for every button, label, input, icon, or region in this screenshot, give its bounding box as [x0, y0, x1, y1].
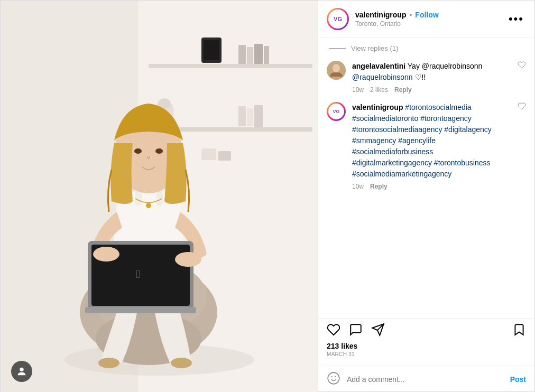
- comment-likes-angela: 2 likes: [370, 86, 388, 94]
- comment-avatar-angela[interactable]: [327, 61, 346, 80]
- svg-point-33: [93, 247, 119, 262]
- view-replies-text[interactable]: View replies (1): [351, 44, 398, 52]
- svg-point-27: [155, 148, 163, 154]
- view-replies-line: [329, 48, 346, 49]
- svg-rect-14: [254, 105, 263, 127]
- actions-bar: 213 likes MARCH 31: [318, 318, 534, 366]
- post-container:  VG valentin: [0, 0, 535, 392]
- angela-avatar-icon: [327, 61, 346, 80]
- follow-button[interactable]: Follow: [415, 11, 438, 19]
- comment-text-angela: angelavalentini Yay @raquelrobinsonn @ra…: [352, 61, 511, 83]
- header-username-row: valentinigroup • Follow: [355, 11, 506, 19]
- comment-item-valentini: VG valentinigroup #torontosocialmedia #s…: [327, 102, 526, 190]
- send-icon: [371, 323, 385, 337]
- image-content: : [1, 1, 318, 392]
- comment-reply-valentini[interactable]: Reply: [370, 183, 388, 190]
- view-replies-row[interactable]: View replies (1): [327, 44, 526, 52]
- svg-rect-32: [85, 307, 196, 313]
- svg-rect-13: [247, 108, 253, 126]
- svg-rect-15: [201, 148, 216, 160]
- post-date: MARCH 31: [327, 351, 526, 357]
- comment-mention-angela[interactable]: @raquelrobinsonn: [352, 73, 413, 81]
- post-right-panel: VG valentinigroup • Follow Toronto, Onta…: [318, 1, 534, 392]
- comment-avatar-valentini[interactable]: VG: [327, 102, 346, 121]
- comment-button[interactable]: [349, 323, 363, 339]
- actions-icons-row: [327, 323, 526, 339]
- svg-rect-12: [238, 106, 246, 126]
- heart-outline-icon: [518, 61, 526, 69]
- svg-point-22: [171, 358, 192, 368]
- comments-section: View replies (1) angelavalentini Yay @ra…: [318, 38, 534, 318]
- header-username[interactable]: valentinigroup: [355, 11, 406, 19]
- person-icon: [16, 366, 27, 377]
- svg-text:: : [136, 267, 140, 281]
- comment-text-content-angela: Yay @raquelrobinsonn: [408, 62, 483, 70]
- emoji-button[interactable]: [327, 371, 340, 387]
- comment-reply-angela[interactable]: Reply: [394, 86, 412, 94]
- header-avatar-initials: VG: [328, 10, 347, 29]
- svg-rect-6: [238, 45, 246, 64]
- like-button[interactable]: [327, 323, 340, 339]
- header-info: valentinigroup • Follow Toronto, Ontario: [355, 11, 506, 27]
- comment-heart-emoji: ♡!!: [415, 73, 426, 81]
- svg-point-34: [175, 252, 201, 267]
- comment-time-valentini: 10w: [352, 183, 364, 190]
- comment-icon: [349, 323, 363, 337]
- comment-text-valentini: valentinigroup #torontosocialmedia #soci…: [352, 102, 511, 180]
- bookmark-icon: [512, 323, 526, 337]
- comment-input[interactable]: [347, 375, 504, 384]
- svg-rect-24: [156, 190, 163, 206]
- comment-username-angela[interactable]: angelavalentini: [352, 62, 405, 70]
- comment-item: angelavalentini Yay @raquelrobinsonn @ra…: [327, 61, 526, 94]
- svg-rect-2: [149, 64, 312, 68]
- svg-point-26: [134, 148, 142, 154]
- add-comment-bar: Post: [318, 366, 534, 392]
- header-location: Toronto, Ontario: [355, 20, 506, 27]
- comment-hashtags-valentini: #torontosocialmedia #socialmediatoronto …: [352, 103, 492, 178]
- svg-point-28: [146, 203, 151, 208]
- comment-like-button-valentini[interactable]: [518, 102, 526, 113]
- user-avatar-bottom[interactable]: [11, 361, 32, 382]
- heart-outline-icon-2: [518, 102, 526, 110]
- comment-time-angela: 10w: [352, 86, 364, 94]
- svg-rect-8: [254, 44, 263, 64]
- svg-point-21: [98, 358, 119, 368]
- smiley-icon: [327, 371, 340, 385]
- svg-point-37: [333, 64, 340, 72]
- save-button[interactable]: [512, 323, 526, 339]
- header-separator-dot: •: [409, 11, 412, 19]
- heart-icon: [327, 323, 340, 337]
- post-image: : [1, 1, 318, 392]
- svg-point-40: [328, 372, 339, 384]
- comment-body-angela: angelavalentini Yay @raquelrobinsonn @ra…: [352, 61, 511, 94]
- share-button[interactable]: [371, 323, 385, 339]
- post-comment-button[interactable]: Post: [510, 375, 526, 384]
- svg-rect-16: [218, 151, 231, 161]
- comment-like-button-angela[interactable]: [518, 61, 526, 71]
- svg-point-35: [20, 368, 23, 371]
- comment-avatar-initials-valentini: VG: [328, 104, 344, 119]
- more-options-button[interactable]: •••: [506, 12, 526, 26]
- likes-count: 213 likes: [327, 342, 526, 350]
- comment-meta-valentini: 10w Reply: [352, 183, 511, 190]
- svg-rect-7: [247, 47, 253, 64]
- comment-meta-angela: 10w 2 likes Reply: [352, 86, 511, 94]
- svg-rect-9: [264, 46, 269, 64]
- svg-rect-5: [204, 40, 219, 60]
- post-header: VG valentinigroup • Follow Toronto, Onta…: [318, 1, 534, 38]
- header-avatar[interactable]: VG: [327, 8, 349, 30]
- comment-username-valentini[interactable]: valentinigroup: [352, 103, 403, 111]
- comment-body-valentini: valentinigroup #torontosocialmedia #soci…: [352, 102, 511, 190]
